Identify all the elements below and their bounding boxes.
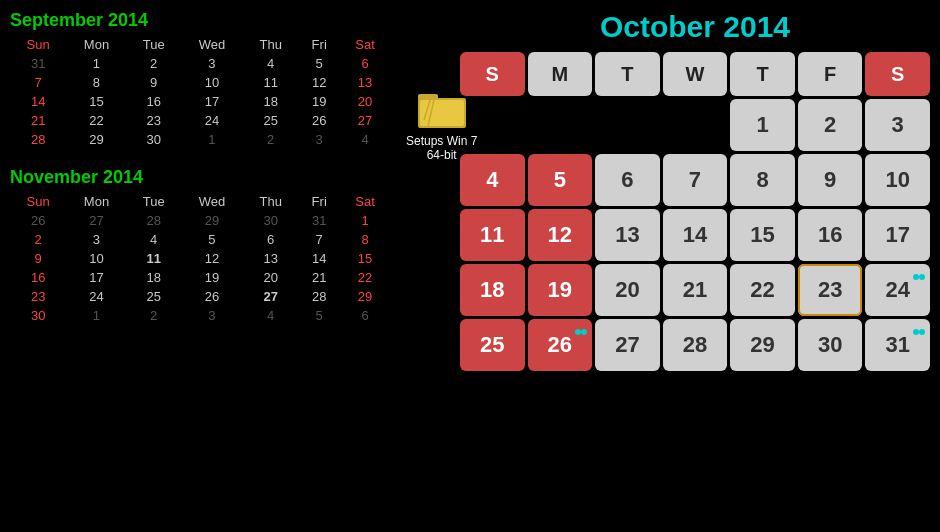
large-day-cell[interactable]: 7 xyxy=(663,154,728,206)
large-day-cell[interactable]: 24 xyxy=(865,264,930,316)
large-day-cell[interactable]: 1 xyxy=(730,99,795,151)
day-cell[interactable]: 23 xyxy=(10,287,66,306)
day-cell[interactable]: 20 xyxy=(340,92,390,111)
day-cell[interactable]: 22 xyxy=(66,111,126,130)
day-cell[interactable]: 9 xyxy=(10,249,66,268)
large-day-cell[interactable]: 22 xyxy=(730,264,795,316)
day-cell[interactable]: 10 xyxy=(181,73,243,92)
day-cell[interactable]: 14 xyxy=(298,249,340,268)
day-cell[interactable]: 24 xyxy=(181,111,243,130)
day-cell[interactable]: 26 xyxy=(298,111,340,130)
day-cell[interactable]: 25 xyxy=(127,287,181,306)
day-cell[interactable]: 20 xyxy=(243,268,298,287)
day-cell[interactable]: 26 xyxy=(10,211,66,230)
large-day-cell[interactable] xyxy=(595,99,660,151)
day-cell[interactable]: 6 xyxy=(340,306,390,325)
day-cell[interactable]: 30 xyxy=(243,211,298,230)
day-cell[interactable]: 3 xyxy=(181,306,243,325)
large-day-cell[interactable]: 30 xyxy=(798,319,863,371)
day-cell[interactable]: 13 xyxy=(243,249,298,268)
day-cell[interactable]: 28 xyxy=(10,130,66,149)
day-cell[interactable]: 21 xyxy=(10,111,66,130)
day-cell[interactable]: 16 xyxy=(127,92,181,111)
day-cell[interactable]: 17 xyxy=(181,92,243,111)
day-cell[interactable]: 11 xyxy=(243,73,298,92)
day-cell[interactable]: 27 xyxy=(340,111,390,130)
day-cell[interactable]: 23 xyxy=(127,111,181,130)
day-cell[interactable]: 25 xyxy=(243,111,298,130)
day-cell[interactable]: 21 xyxy=(298,268,340,287)
day-cell[interactable]: 1 xyxy=(340,211,390,230)
day-cell[interactable]: 28 xyxy=(298,287,340,306)
day-cell[interactable]: 6 xyxy=(243,230,298,249)
day-cell[interactable]: 4 xyxy=(243,306,298,325)
day-cell[interactable]: 2 xyxy=(127,306,181,325)
large-day-cell[interactable]: 14 xyxy=(663,209,728,261)
large-day-cell[interactable]: 18 xyxy=(460,264,525,316)
large-day-cell[interactable]: 9 xyxy=(798,154,863,206)
day-cell[interactable]: 29 xyxy=(66,130,126,149)
day-cell[interactable]: 17 xyxy=(66,268,126,287)
large-day-cell[interactable]: 16 xyxy=(798,209,863,261)
day-cell[interactable]: 3 xyxy=(66,230,126,249)
day-cell[interactable]: 5 xyxy=(181,230,243,249)
large-day-cell[interactable]: 21 xyxy=(663,264,728,316)
day-cell[interactable]: 22 xyxy=(340,268,390,287)
large-day-cell[interactable]: 2 xyxy=(798,99,863,151)
day-cell[interactable]: 27 xyxy=(243,287,298,306)
large-day-cell[interactable]: 3 xyxy=(865,99,930,151)
day-cell[interactable]: 28 xyxy=(127,211,181,230)
day-cell[interactable]: 7 xyxy=(10,73,66,92)
day-cell[interactable]: 12 xyxy=(181,249,243,268)
day-cell[interactable]: 15 xyxy=(66,92,126,111)
large-day-cell[interactable]: 5 xyxy=(528,154,593,206)
day-cell[interactable]: 7 xyxy=(298,230,340,249)
large-day-cell[interactable]: 27 xyxy=(595,319,660,371)
day-cell[interactable]: 10 xyxy=(66,249,126,268)
day-cell[interactable]: 30 xyxy=(127,130,181,149)
day-cell[interactable]: 19 xyxy=(181,268,243,287)
day-cell[interactable]: 26 xyxy=(181,287,243,306)
day-cell[interactable]: 13 xyxy=(340,73,390,92)
day-cell[interactable]: 18 xyxy=(243,92,298,111)
day-cell[interactable]: 24 xyxy=(66,287,126,306)
day-cell[interactable]: 15 xyxy=(340,249,390,268)
day-cell[interactable]: 2 xyxy=(127,54,181,73)
day-cell[interactable]: 29 xyxy=(181,211,243,230)
large-day-cell[interactable]: 23 xyxy=(798,264,863,316)
day-cell[interactable]: 14 xyxy=(10,92,66,111)
day-cell[interactable]: 31 xyxy=(298,211,340,230)
day-cell[interactable]: 30 xyxy=(10,306,66,325)
large-day-cell[interactable] xyxy=(460,374,525,426)
day-cell[interactable]: 5 xyxy=(298,54,340,73)
day-cell[interactable]: 6 xyxy=(340,54,390,73)
day-cell[interactable]: 12 xyxy=(298,73,340,92)
day-cell[interactable]: 9 xyxy=(127,73,181,92)
day-cell[interactable]: 3 xyxy=(298,130,340,149)
large-day-cell[interactable] xyxy=(663,99,728,151)
day-cell[interactable]: 2 xyxy=(10,230,66,249)
large-day-cell[interactable]: 25 xyxy=(460,319,525,371)
day-cell[interactable]: 1 xyxy=(181,130,243,149)
large-day-cell[interactable] xyxy=(528,99,593,151)
day-cell[interactable]: 29 xyxy=(340,287,390,306)
large-day-cell[interactable] xyxy=(460,99,525,151)
day-cell[interactable]: 3 xyxy=(181,54,243,73)
large-day-cell[interactable]: 13 xyxy=(595,209,660,261)
large-day-cell[interactable]: 20 xyxy=(595,264,660,316)
day-cell[interactable]: 2 xyxy=(243,130,298,149)
day-cell[interactable]: 18 xyxy=(127,268,181,287)
day-cell[interactable]: 4 xyxy=(340,130,390,149)
large-day-cell[interactable]: 11 xyxy=(460,209,525,261)
day-cell[interactable]: 4 xyxy=(127,230,181,249)
day-cell[interactable]: 27 xyxy=(66,211,126,230)
large-day-cell[interactable]: 28 xyxy=(663,319,728,371)
large-day-cell[interactable]: 31 xyxy=(865,319,930,371)
day-cell[interactable]: 16 xyxy=(10,268,66,287)
day-cell[interactable]: 1 xyxy=(66,306,126,325)
day-cell[interactable]: 11 xyxy=(127,249,181,268)
day-cell[interactable]: 1 xyxy=(66,54,126,73)
large-day-cell[interactable]: 29 xyxy=(730,319,795,371)
large-day-cell[interactable]: 12 xyxy=(528,209,593,261)
day-cell[interactable]: 31 xyxy=(10,54,66,73)
